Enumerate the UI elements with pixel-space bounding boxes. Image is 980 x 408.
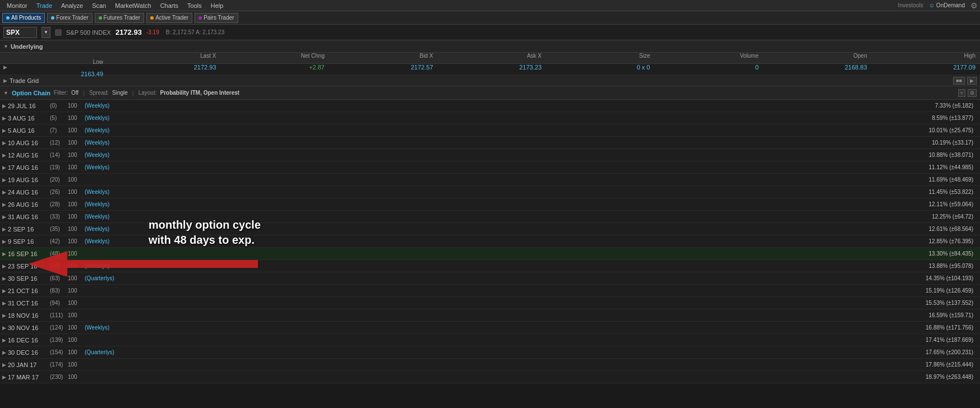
expiry-row[interactable]: ▶ 31 AUG 16 (33) 100 (Weeklys) 12.25% (±… <box>0 211 980 223</box>
expiry-iv: 16.59% (±159.71) <box>929 312 978 318</box>
chain-settings-icon[interactable]: ⚙ <box>968 89 977 97</box>
menu-charts[interactable]: Charts <box>156 1 183 10</box>
expiry-type: (Quarterlys) <box>85 349 135 355</box>
forex-trader-button[interactable]: Forex Trader <box>47 13 92 23</box>
symbol-name: S&P 500 INDEX <box>66 29 111 36</box>
expiry-days: (63) <box>50 275 68 281</box>
col-header-name <box>0 53 112 59</box>
expiry-date: 16 SEP 16 <box>8 251 50 257</box>
col-header-open: Open <box>763 53 872 59</box>
underlying-data-row[interactable]: ▶ 2172.93 +2.87 2172.57 2173.23 0 x 0 0 … <box>0 64 980 75</box>
symbol-dropdown-arrow[interactable]: ▼ <box>41 27 50 38</box>
layout-label: Layout: <box>138 90 157 96</box>
expiry-date: 19 AUG 16 <box>8 177 50 183</box>
expiry-date: 17 MAR 17 <box>8 374 50 381</box>
expiry-row[interactable]: ▶ 26 AUG 16 (28) 100 (Weeklys) 12.11% (±… <box>0 198 980 211</box>
expiry-days: (5) <box>50 115 68 121</box>
menu-marketwatch[interactable]: MarketWatch <box>110 1 155 10</box>
expiry-iv: 12.85% (±76.395) <box>929 238 978 244</box>
expiry-row[interactable]: ▶ 23 SEP 16 (56) 100 (Weeklys) 13.88% (±… <box>0 260 980 272</box>
expiry-contracts: 100 <box>68 189 85 195</box>
spread-value[interactable]: Single <box>112 90 128 96</box>
expiry-iv: 15.53% (±137.552) <box>926 300 978 306</box>
expiry-row[interactable]: ▶ 19 AUG 16 (20) 100 11.69% (±48.469) <box>0 174 980 186</box>
expiry-row[interactable]: ▶ 2 SEP 16 (35) 100 (Weeklys) 12.61% (±6… <box>0 223 980 235</box>
expiry-date: 30 NOV 16 <box>8 324 50 331</box>
underlying-expand[interactable]: ▶ <box>0 64 112 70</box>
futures-trader-button[interactable]: Futures Trader <box>95 13 145 23</box>
expiry-iv: 18.97% (±263.448) <box>926 374 978 380</box>
expiry-days: (33) <box>50 214 68 220</box>
menu-tools[interactable]: Tools <box>183 1 206 10</box>
expiry-days: (42) <box>50 238 68 244</box>
settings-icon[interactable]: ⚙ <box>970 1 978 10</box>
expiry-row[interactable]: ▶ 17 AUG 16 (19) 100 (Weeklys) 11.12% (±… <box>0 161 980 174</box>
table-header: Last X Net Chng Bid X Ask X Size Volume … <box>0 53 980 64</box>
menu-analyze[interactable]: Analyze <box>57 1 87 10</box>
expiry-row[interactable]: ▶ 12 AUG 16 (14) 100 (Weeklys) 10.88% (±… <box>0 149 980 161</box>
expiry-row[interactable]: ▶ 16 SEP 16 (48) 100 13.30% (±84.435) <box>0 248 980 260</box>
expiry-contracts: 100 <box>68 238 85 244</box>
expiry-date: 12 AUG 16 <box>8 152 50 159</box>
layout-value[interactable]: Probability ITM, Open Interest <box>160 90 240 96</box>
expiry-contracts: 100 <box>68 324 85 331</box>
chain-filter-icon[interactable]: ▿ <box>958 89 965 97</box>
expiry-row[interactable]: ▶ 29 JUL 16 (0) 100 (Weeklys) 7.33% (±6.… <box>0 100 980 112</box>
expiry-date: 17 AUG 16 <box>8 164 50 171</box>
underlying-high: 2177.09 <box>872 64 981 71</box>
expiry-expand-arrow: ▶ <box>2 128 6 133</box>
expiry-row[interactable]: ▶ 5 AUG 16 (7) 100 (Weeklys) 10.01% (±25… <box>0 124 980 137</box>
filter-value[interactable]: Off <box>71 90 78 96</box>
expiry-days: (20) <box>50 177 68 183</box>
underlying-ask-x: 2173.23 <box>438 64 547 71</box>
expiry-row[interactable]: ▶ 20 JAN 17 (174) 100 17.86% (±215.444) <box>0 359 980 371</box>
expiry-expand-arrow: ▶ <box>2 263 6 269</box>
pairs-trader-button[interactable]: Pairs Trader <box>195 13 238 23</box>
trade-grid-btn1[interactable]: ■■ <box>953 77 965 85</box>
expiry-contracts: 100 <box>68 103 85 109</box>
top-right-area: Investools ☺ OnDemand ⚙ <box>898 1 978 10</box>
expiry-row[interactable]: ▶ 21 OCT 16 (83) 100 15.19% (±126.459) <box>0 285 980 297</box>
expiry-row[interactable]: ▶ 24 AUG 16 (26) 100 (Weeklys) 11.45% (±… <box>0 186 980 198</box>
expiry-row[interactable]: ▶ 10 AUG 16 (12) 100 (Weeklys) 10.19% (±… <box>0 137 980 149</box>
expiry-row[interactable]: ▶ 30 SEP 16 (63) 100 (Quarterlys) 14.35%… <box>0 272 980 285</box>
active-trader-button[interactable]: Active Trader <box>146 13 192 23</box>
expiry-contracts: 100 <box>68 177 85 183</box>
col-header-lastx: Last X <box>112 53 221 59</box>
expiry-expand-arrow: ▶ <box>2 140 6 146</box>
menu-scan[interactable]: Scan <box>87 1 110 10</box>
trade-grid-row[interactable]: ▶ Trade Grid ■■ ▶ <box>0 75 980 86</box>
expiry-row[interactable]: ▶ 30 DEC 16 (154) 100 (Quarterlys) 17.65… <box>0 346 980 359</box>
menu-monitor[interactable]: Monitor <box>2 1 32 10</box>
price-change: -3.19 <box>146 29 159 35</box>
col-header-bidx: Bid X <box>329 53 438 59</box>
expiry-row[interactable]: ▶ 18 NOV 16 (111) 100 16.59% (±159.71) <box>0 309 980 322</box>
trade-grid-btn2[interactable]: ▶ <box>967 77 977 85</box>
expiry-date: 30 SEP 16 <box>8 275 50 282</box>
expiry-expand-arrow: ▶ <box>2 300 6 306</box>
option-chain-header: ▼ Option Chain Filter: Off | Spread: Sin… <box>0 86 980 100</box>
expiry-row[interactable]: ▶ 17 MAR 17 (230) 100 18.97% (±263.448) <box>0 371 980 383</box>
expiry-row[interactable]: ▶ 3 AUG 16 (5) 100 (Weeklys) 8.59% (±13.… <box>0 112 980 124</box>
expiry-type: (Weeklys) <box>85 140 135 146</box>
expiry-expand-arrow: ▶ <box>2 103 6 109</box>
expiry-date: 20 JAN 17 <box>8 361 50 368</box>
menu-help[interactable]: Help <box>206 1 228 10</box>
filter-label: Filter: <box>54 90 68 96</box>
underlying-collapse-arrow[interactable]: ▼ <box>3 44 8 49</box>
expiry-iv: 12.61% (±68.564) <box>929 226 978 232</box>
expiry-row[interactable]: ▶ 16 DEC 16 (139) 100 17.41% (±187.669) <box>0 334 980 346</box>
expiry-row[interactable]: ▶ 30 NOV 16 (124) 100 (Weeklys) 16.88% (… <box>0 322 980 334</box>
person-icon: ☺ <box>929 2 935 8</box>
expiry-iv: 10.19% (±33.17) <box>932 140 978 146</box>
on-demand-label: ☺ OnDemand <box>929 2 965 8</box>
expiry-type: (Weeklys) <box>85 103 135 109</box>
menu-trade[interactable]: Trade <box>32 1 57 10</box>
expiry-date: 30 DEC 16 <box>8 349 50 356</box>
expiry-row[interactable]: ▶ 9 SEP 16 (42) 100 (Weeklys) 12.85% (±7… <box>0 235 980 248</box>
expiry-row[interactable]: ▶ 31 OCT 16 (94) 100 15.53% (±137.552) <box>0 297 980 309</box>
underlying-open: 2168.83 <box>763 64 872 71</box>
symbol-input[interactable] <box>3 27 37 38</box>
expiry-days: (139) <box>50 337 68 343</box>
all-products-button[interactable]: All Products <box>2 13 45 23</box>
